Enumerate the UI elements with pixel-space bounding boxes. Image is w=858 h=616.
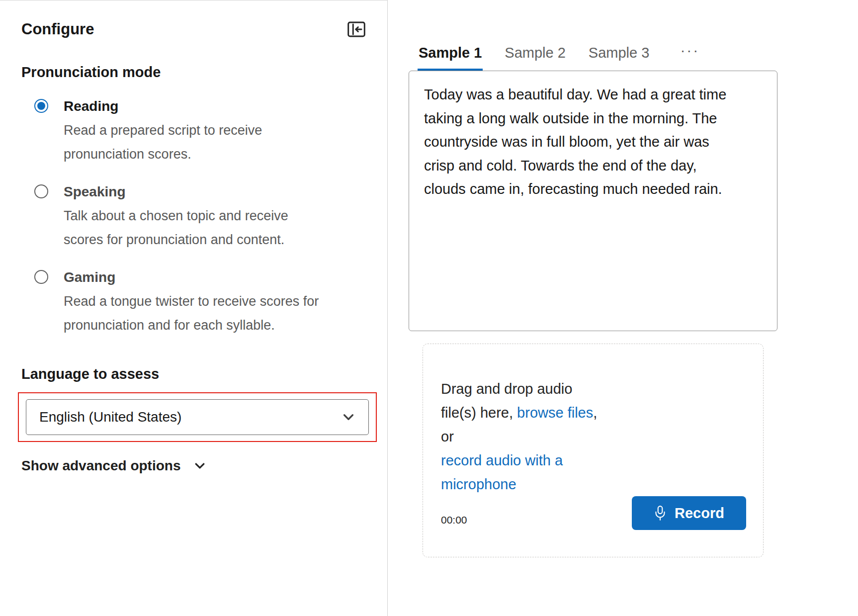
radio-label-gaming: Gaming [64,265,335,289]
radio-option-text: Gaming Read a tongue twister to receive … [64,265,335,337]
radio-speaking[interactable] [34,184,48,198]
chevron-down-icon [342,410,355,424]
radio-option-text: Reading Read a prepared script to receiv… [64,94,312,166]
show-advanced-options-label: Show advanced options [21,458,180,474]
radio-gaming[interactable] [34,270,48,284]
dropzone-line: or [441,425,630,448]
tab-sample-2[interactable]: Sample 2 [504,45,567,71]
radio-description-gaming: Read a tongue twister to receive scores … [64,289,335,337]
radio-option-speaking[interactable]: Speaking Talk about a chosen topic and r… [34,180,387,252]
chevron-down-icon [193,459,206,472]
collapse-panel-button[interactable] [345,19,367,39]
configure-panel: Configure Pronunciation mode Reading Rea… [0,0,388,616]
dropzone-line: file(s) here, browse files, [441,401,630,425]
language-to-assess-heading: Language to assess [21,366,387,382]
language-dropdown-value: English (United States) [39,409,181,425]
pronunciation-mode-heading: Pronunciation mode [21,64,387,81]
record-audio-link[interactable]: record audio with a microphone [441,448,600,496]
audio-dropzone[interactable]: Drag and drop audio file(s) here, browse… [423,344,764,557]
tab-sample-1[interactable]: Sample 1 [418,45,483,71]
radio-label-reading: Reading [64,94,312,118]
dropzone-text: , [593,405,597,421]
dropzone-instructions: Drag and drop audio file(s) here, browse… [441,377,630,496]
panel-collapse-icon [347,21,365,37]
radio-description-reading: Read a prepared script to receive pronun… [64,118,312,166]
dropzone-line: Drag and drop audio [441,377,630,401]
radio-option-reading[interactable]: Reading Read a prepared script to receiv… [34,94,387,166]
configure-panel-header: Configure [21,19,367,39]
radio-option-gaming[interactable]: Gaming Read a tongue twister to receive … [34,265,387,337]
record-button-label: Record [675,505,724,522]
record-button[interactable]: Record [632,496,746,530]
dropzone-text: Drag and drop audio [441,381,572,397]
language-dropdown-highlight: English (United States) [18,392,377,442]
browse-files-link[interactable]: browse files [517,405,593,421]
dropzone-text: file(s) here, [441,405,517,421]
radio-reading[interactable] [34,99,48,113]
recording-timer: 00:00 [441,514,467,526]
language-dropdown[interactable]: English (United States) [26,399,369,435]
sample-script-box[interactable]: Today was a beautiful day. We had a grea… [409,71,777,331]
show-advanced-options-toggle[interactable]: Show advanced options [21,458,387,474]
radio-option-text: Speaking Talk about a chosen topic and r… [64,180,322,252]
dropzone-line: record audio with a microphone [441,448,630,496]
tab-sample-3[interactable]: Sample 3 [588,45,651,71]
sample-tabs: Sample 1 Sample 2 Sample 3 ··· [418,42,858,71]
dropzone-text: or [441,429,454,444]
sample-panel: Sample 1 Sample 2 Sample 3 ··· Today was… [388,0,858,616]
more-tabs-button[interactable]: ··· [678,42,701,71]
microphone-icon [654,505,667,521]
radio-description-speaking: Talk about a chosen topic and receive sc… [64,204,322,252]
page-title: Configure [21,20,94,38]
radio-label-speaking: Speaking [64,180,322,204]
sample-script-text: Today was a beautiful day. We had a grea… [424,83,736,201]
